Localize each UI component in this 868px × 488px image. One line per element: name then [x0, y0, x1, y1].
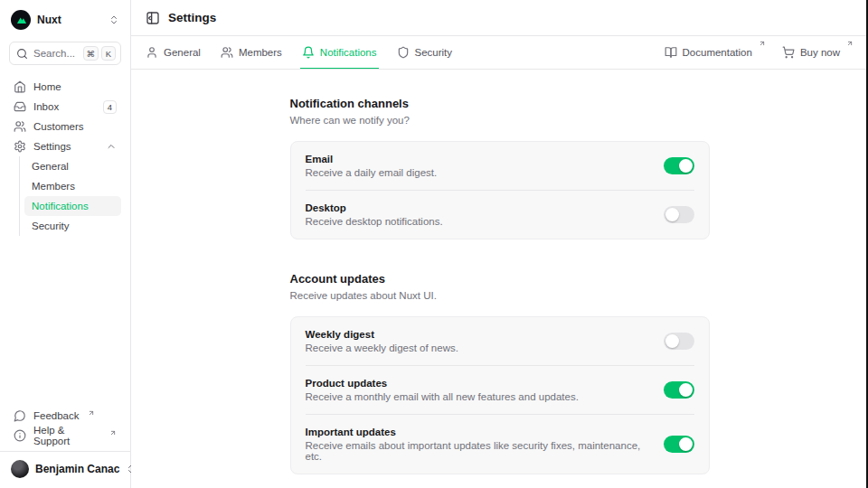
setting-row-product-updates: Product updates Receive a monthly email … [306, 365, 694, 414]
tab-label: Security [415, 47, 453, 58]
tab-bar: General Members Notifications [131, 36, 868, 70]
users-icon [221, 46, 233, 59]
sidebar-item-settings-general[interactable]: General [24, 156, 121, 176]
user-menu[interactable]: Benjamin Canac [9, 459, 121, 479]
nuxt-logo-icon [11, 10, 31, 30]
workspace-switcher[interactable]: Nuxt [9, 9, 121, 31]
user-icon [146, 46, 158, 59]
sidebar-item-settings-security[interactable]: Security [24, 216, 121, 236]
tab-members[interactable]: Members [221, 36, 282, 69]
sidebar-item-label: General [32, 161, 69, 172]
sidebar-item-feedback[interactable]: Feedback [9, 406, 121, 426]
sidebar-item-label: Help & Support [33, 425, 101, 446]
chevrons-up-down-icon [108, 14, 119, 25]
toggle-knob [679, 159, 693, 173]
page-header: Settings [131, 0, 868, 36]
external-link-icon [759, 40, 766, 47]
shield-icon [397, 46, 410, 59]
tab-security[interactable]: Security [397, 36, 453, 69]
setting-row-weekly-digest: Weekly digest Receive a weekly digest of… [306, 317, 694, 365]
toggle-knob [679, 437, 693, 451]
setting-description: Receive emails about important updates l… [306, 440, 649, 462]
inbox-icon [14, 100, 26, 113]
kbd-k: K [101, 46, 116, 61]
sidebar-item-help-support[interactable]: Help & Support [9, 426, 121, 446]
book-open-icon [665, 46, 677, 59]
tab-label: Members [239, 47, 282, 58]
sidebar: Nuxt Search... ⌘ K Home [0, 0, 131, 488]
setting-row-important-updates: Important updates Receive emails about i… [306, 414, 694, 474]
external-link-icon [846, 40, 854, 47]
app-window: Nuxt Search... ⌘ K Home [0, 0, 868, 488]
sidebar-item-home[interactable]: Home [9, 77, 121, 97]
documentation-link[interactable]: Documentation [665, 45, 766, 60]
chevron-up-icon [106, 141, 117, 152]
section-description: Receive updates about Nuxt UI. [290, 290, 710, 301]
inbox-count-badge: 4 [103, 100, 117, 114]
product-updates-toggle[interactable] [664, 381, 694, 399]
search-icon [16, 48, 28, 60]
settings-submenu: General Members Notifications Security [19, 156, 121, 236]
settings-card: Email Receive a daily email digest. Desk… [290, 141, 710, 239]
setting-description: Receive a monthly email with all new fea… [306, 391, 579, 402]
bell-icon [302, 46, 315, 59]
header-actions: Documentation Buy now [665, 45, 854, 60]
users-icon [14, 120, 26, 133]
sidebar-item-label: Members [32, 181, 75, 192]
buy-now-link[interactable]: Buy now [782, 45, 854, 60]
setting-text: Product updates Receive a monthly email … [306, 378, 579, 402]
sidebar-spacer [9, 236, 121, 406]
setting-text: Weekly digest Receive a weekly digest of… [306, 329, 458, 353]
message-bubble-icon [14, 409, 26, 422]
user-name: Benjamin Canac [35, 463, 119, 475]
tab-notifications[interactable]: Notifications [302, 36, 377, 69]
setting-title: Desktop [306, 202, 443, 213]
kbd-meta: ⌘ [83, 46, 99, 61]
sidebar-item-label: Home [33, 81, 61, 92]
setting-text: Important updates Receive emails about i… [306, 427, 649, 462]
tab-label: General [164, 47, 201, 58]
email-toggle[interactable] [664, 157, 694, 174]
user-section: Benjamin Canac [0, 451, 130, 488]
tab-label: Notifications [320, 47, 377, 58]
sidebar-item-settings[interactable]: Settings [9, 136, 121, 156]
setting-text: Email Receive a daily email digest. [306, 154, 438, 178]
sidebar-footer: Feedback Help & Support [9, 406, 121, 451]
toggle-knob [665, 334, 679, 348]
search-placeholder: Search... [33, 48, 75, 59]
toggle-knob [665, 208, 679, 221]
section-title: Account updates [290, 272, 710, 286]
buy-now-label: Buy now [800, 45, 840, 60]
section-title: Notification channels [290, 97, 710, 110]
weekly-digest-toggle[interactable] [664, 333, 694, 350]
main-panel: Settings General Members [131, 0, 868, 488]
setting-title: Email [306, 154, 438, 164]
setting-row-email: Email Receive a daily email digest. [306, 142, 694, 190]
page-title: Settings [168, 11, 216, 24]
important-updates-toggle[interactable] [664, 436, 694, 453]
setting-text: Desktop Receive desktop notifications. [306, 202, 443, 227]
gear-icon [14, 140, 26, 153]
tab-general[interactable]: General [146, 36, 201, 69]
tabs: General Members Notifications [146, 36, 452, 69]
section-notification-channels: Notification channels Where can we notif… [290, 97, 710, 239]
sidebar-item-label: Security [32, 221, 70, 231]
desktop-toggle[interactable] [664, 206, 694, 223]
sidebar-item-settings-members[interactable]: Members [24, 176, 121, 196]
sidebar-collapse-icon[interactable] [146, 11, 160, 25]
setting-description: Receive a daily email digest. [306, 167, 438, 178]
setting-description: Receive desktop notifications. [306, 216, 443, 227]
sidebar-item-customers[interactable]: Customers [9, 117, 121, 136]
setting-row-desktop: Desktop Receive desktop notifications. [306, 190, 694, 239]
external-link-icon [109, 429, 117, 436]
setting-description: Receive a weekly digest of news. [306, 343, 458, 353]
settings-content: Notification channels Where can we notif… [131, 70, 868, 488]
shopping-cart-icon [782, 46, 795, 59]
search-shortcut: ⌘ K [83, 46, 117, 61]
sidebar-item-inbox[interactable]: Inbox 4 [9, 97, 121, 117]
info-circle-icon [14, 429, 26, 442]
search-input[interactable]: Search... ⌘ K [9, 42, 121, 65]
workspace-name: Nuxt [37, 14, 61, 26]
setting-title: Product updates [306, 378, 579, 389]
sidebar-item-settings-notifications[interactable]: Notifications [24, 196, 121, 216]
